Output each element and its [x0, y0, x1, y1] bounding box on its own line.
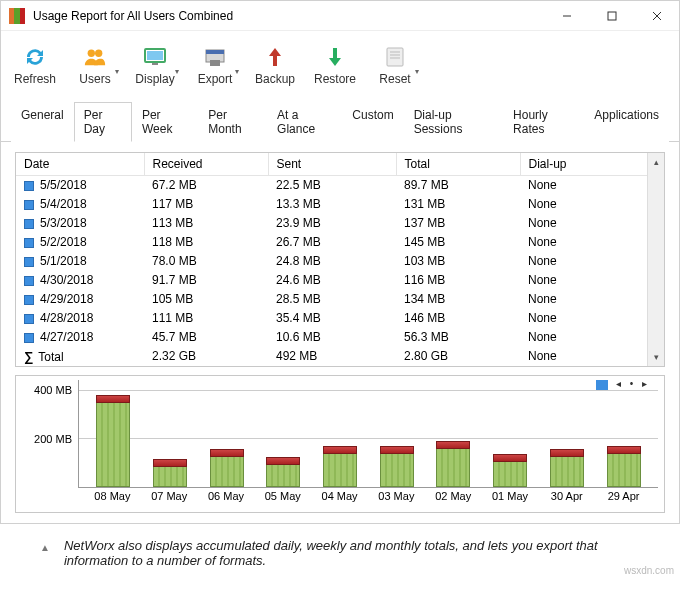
table-total-row[interactable]: ∑Total2.32 GB492 MB2.80 GBNone: [16, 347, 664, 366]
table-row[interactable]: 5/3/2018113 MB23.9 MB137 MBNone: [16, 214, 664, 233]
chart-bar[interactable]: [436, 448, 470, 486]
caption-text: NetWorx also displays accumulated daily,…: [64, 538, 640, 568]
chart-bar[interactable]: [380, 453, 414, 486]
close-icon: [652, 11, 662, 21]
col-sent[interactable]: Sent: [268, 153, 396, 176]
chart-bar[interactable]: [323, 453, 357, 486]
col-dialup[interactable]: Dial-up: [520, 153, 664, 176]
scroll-up-icon[interactable]: ▴: [648, 153, 664, 170]
tab-per-day[interactable]: Per Day: [74, 102, 132, 142]
xtick-label: 02 May: [428, 490, 478, 502]
tabstrip: General Per Day Per Week Per Month At a …: [1, 101, 679, 142]
cell-date: 5/1/2018: [16, 252, 144, 271]
bar-cap: [436, 441, 470, 449]
plot-area: [78, 380, 658, 488]
chart-bar[interactable]: [607, 453, 641, 486]
cell-dialup: None: [520, 347, 664, 366]
table-row[interactable]: 4/30/201891.7 MB24.6 MB116 MBNone: [16, 271, 664, 290]
cell-date: 5/2/2018: [16, 233, 144, 252]
tab-hourly[interactable]: Hourly Rates: [503, 102, 584, 142]
bar-cap: [210, 449, 244, 457]
tab-applications[interactable]: Applications: [584, 102, 669, 142]
col-total[interactable]: Total: [396, 153, 520, 176]
cell-dialup: None: [520, 214, 664, 233]
row-icon: [24, 181, 34, 191]
cell-received: 117 MB: [144, 195, 268, 214]
display-label: Display: [135, 72, 174, 86]
cell-total: 134 MB: [396, 290, 520, 309]
svg-point-5: [95, 49, 102, 56]
chart-bar[interactable]: [266, 464, 300, 487]
maximize-button[interactable]: [589, 1, 634, 31]
table-row[interactable]: 4/27/201845.7 MB10.6 MB56.3 MBNone: [16, 328, 664, 347]
window-title: Usage Report for All Users Combined: [33, 9, 544, 23]
row-icon: [24, 257, 34, 267]
cell-sent: 23.9 MB: [268, 214, 396, 233]
svg-rect-11: [210, 60, 220, 66]
export-button[interactable]: Export ▾: [187, 37, 243, 93]
table-row[interactable]: 5/2/2018118 MB26.7 MB145 MBNone: [16, 233, 664, 252]
minimize-icon: [562, 11, 572, 21]
tab-per-week[interactable]: Per Week: [132, 102, 198, 142]
cell-received: 78.0 MB: [144, 252, 268, 271]
bar-cap: [607, 446, 641, 454]
xtick-label: 06 May: [201, 490, 251, 502]
content-area: Date Received Sent Total Dial-up 5/5/201…: [1, 142, 679, 523]
vertical-scrollbar[interactable]: ▴ ▾: [647, 153, 664, 366]
table-row[interactable]: 5/5/201867.2 MB22.5 MB89.7 MBNone: [16, 176, 664, 195]
usage-table: Date Received Sent Total Dial-up 5/5/201…: [16, 153, 664, 366]
figure-caption: ▲ NetWorx also displays accumulated dail…: [0, 524, 680, 582]
backup-label: Backup: [255, 72, 295, 86]
tab-general[interactable]: General: [11, 102, 74, 142]
row-icon: [24, 333, 34, 343]
users-button[interactable]: Users ▾: [67, 37, 123, 93]
cell-dialup: None: [520, 252, 664, 271]
chart-bar[interactable]: [493, 461, 527, 486]
watermark: wsxdn.com: [624, 565, 674, 576]
chart-bar[interactable]: [550, 456, 584, 487]
cell-sent: 22.5 MB: [268, 176, 396, 195]
bar-cap: [323, 446, 357, 454]
backup-button[interactable]: Backup: [247, 37, 303, 93]
row-icon: [24, 219, 34, 229]
usage-table-container: Date Received Sent Total Dial-up 5/5/201…: [15, 152, 665, 367]
table-row[interactable]: 4/29/2018105 MB28.5 MB134 MBNone: [16, 290, 664, 309]
display-button[interactable]: Display ▾: [127, 37, 183, 93]
export-label: Export: [198, 72, 233, 86]
close-button[interactable]: [634, 1, 679, 31]
col-date[interactable]: Date: [16, 153, 144, 176]
cell-sent: 24.6 MB: [268, 271, 396, 290]
cell-total: 146 MB: [396, 309, 520, 328]
cell-received: 113 MB: [144, 214, 268, 233]
reset-icon: [383, 45, 407, 69]
refresh-button[interactable]: Refresh: [7, 37, 63, 93]
table-row[interactable]: 5/4/2018117 MB13.3 MB131 MBNone: [16, 195, 664, 214]
tab-dial-up[interactable]: Dial-up Sessions: [404, 102, 503, 142]
ytick-400: 400 MB: [34, 384, 72, 396]
chart-bar[interactable]: [96, 402, 130, 486]
chart-bar[interactable]: [153, 466, 187, 486]
table-row[interactable]: 4/28/2018111 MB35.4 MB146 MBNone: [16, 309, 664, 328]
svg-rect-1: [608, 12, 616, 20]
restore-icon: [323, 45, 347, 69]
refresh-icon: [23, 45, 47, 69]
tab-at-a-glance[interactable]: At a Glance: [267, 102, 342, 142]
ytick-200: 200 MB: [34, 433, 72, 445]
y-axis: 400 MB 200 MB: [22, 380, 78, 488]
reset-button[interactable]: Reset ▾: [367, 37, 423, 93]
col-received[interactable]: Received: [144, 153, 268, 176]
xtick-label: 03 May: [371, 490, 421, 502]
minimize-button[interactable]: [544, 1, 589, 31]
cell-date: 4/30/2018: [16, 271, 144, 290]
table-row[interactable]: 5/1/201878.0 MB24.8 MB103 MBNone: [16, 252, 664, 271]
refresh-label: Refresh: [14, 72, 56, 86]
cell-dialup: None: [520, 328, 664, 347]
cell-received: 105 MB: [144, 290, 268, 309]
row-icon: [24, 295, 34, 305]
cell-dialup: None: [520, 195, 664, 214]
scroll-down-icon[interactable]: ▾: [648, 349, 664, 366]
tab-custom[interactable]: Custom: [342, 102, 403, 142]
chart-bar[interactable]: [210, 456, 244, 487]
restore-button[interactable]: Restore: [307, 37, 363, 93]
tab-per-month[interactable]: Per Month: [198, 102, 267, 142]
